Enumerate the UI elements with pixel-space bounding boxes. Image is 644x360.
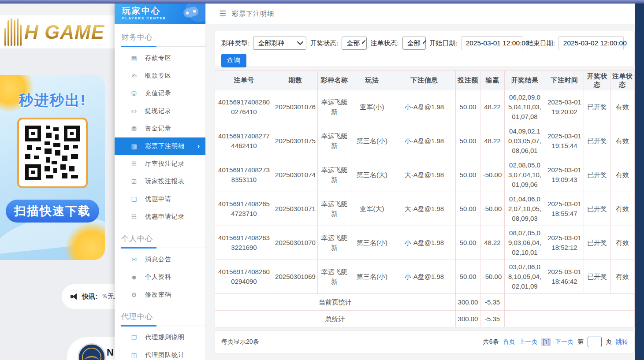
cell: 有效 <box>610 124 635 158</box>
summary-label: 总统计 <box>215 311 456 327</box>
search-button[interactable]: 查询 <box>221 54 246 67</box>
end-date-input[interactable]: 2025-03-02 12:00:00 <box>558 36 624 50</box>
col-header: 玩法 <box>351 71 393 90</box>
cell: 20250301075 <box>273 124 318 158</box>
sidebar-item-agent-rules[interactable]: ❐ 代理规则说明 <box>115 329 205 346</box>
cell: 大-A盘@1.98 <box>393 158 456 192</box>
cell: 48.22 <box>480 90 505 124</box>
bet-table-card: 注单号 期数 彩种名称 玩法 下注信息 投注额 输赢 开奖结果 下注时间 开奖状… <box>215 71 635 327</box>
table-body: 40156917408280027641020250301076幸运飞艇新亚军(… <box>215 90 635 294</box>
col-header: 输赢 <box>480 71 505 90</box>
sidebar-item-hall-bet-records[interactable]: ☰ 厅室投注记录 <box>115 155 205 173</box>
lottery-type-value: 全部彩种 <box>258 39 284 48</box>
sidebar-item-funds-records[interactable]: ⛃ 资金记录 <box>115 120 205 137</box>
jump-button[interactable]: 跳转 <box>616 338 628 346</box>
draw-status-select[interactable]: 全部 <box>342 37 367 50</box>
sidebar-item-profile[interactable]: ☻ 个人资料 <box>115 268 205 286</box>
prev-page-link[interactable]: 上一页 <box>519 338 537 346</box>
bet-status-select[interactable]: 全部 <box>402 37 426 50</box>
speaker-icon <box>71 293 78 300</box>
col-header: 期数 <box>273 71 318 90</box>
first-page-link[interactable]: 首页 <box>503 338 515 346</box>
ticker-label: 快讯: <box>82 293 97 301</box>
site-logo[interactable]: H GAME <box>24 21 104 43</box>
background-page: H GAME 秒进秒出! <box>0 4 115 360</box>
start-date-input[interactable]: 2025-03-01 12:00:00 <box>461 36 523 50</box>
cell: 亚军(小) <box>351 90 393 124</box>
sidebar-item-agent-team-stats[interactable]: ◫ 代理团队统计 <box>115 346 205 360</box>
cell: 2025-03-01 19:09:43 <box>545 158 584 192</box>
bet-status-value: 全部 <box>407 39 421 48</box>
summary-label: 当前页统计 <box>215 294 456 311</box>
jump-page-input[interactable] <box>588 337 602 347</box>
jump-suffix: 页 <box>606 338 612 346</box>
cell: 2025-03-01 19:20:02 <box>545 90 584 124</box>
lottery-type-label: 彩种类型: <box>221 39 249 48</box>
sidebar-item-player-bet-report[interactable]: ☑ 玩家投注报表 <box>115 173 205 190</box>
cell: 有效 <box>610 192 635 226</box>
summary-bet-total: 300.00 <box>456 311 480 327</box>
section-divider <box>121 248 205 248</box>
sidebar-item-change-password[interactable]: ⚙ 修改密码 <box>115 286 205 304</box>
section-label: 个人中心 <box>115 234 205 244</box>
page-size-text: 每页显示20条 <box>221 338 259 346</box>
col-header: 开奖结果 <box>505 71 545 90</box>
cell: 小-A盘@1.98 <box>393 260 456 294</box>
menu-toggle-icon[interactable]: ☰ <box>219 9 226 19</box>
cell: 50.00 <box>456 192 480 226</box>
table-row: 40156917408260029409020250301069幸运飞艇新第三名… <box>215 260 635 294</box>
sidebar-item-promo-apply[interactable]: ❏ 优惠申请 <box>115 190 205 208</box>
cell: 08,07,05,09,03,06,04,02,10,01 <box>505 226 545 260</box>
cell: 04,09,02,10,03,05,07,08,06,01 <box>505 124 545 158</box>
cell: 48.22 <box>480 124 505 158</box>
cell: 已开奖 <box>584 124 610 158</box>
sidebar-item-promo-apply-records[interactable]: ☷ 优惠申请记录 <box>115 208 205 226</box>
withdraw-hand-icon: ✍ <box>130 72 138 79</box>
sidebar-item-withdraw-records[interactable]: ⛀ 提现记录 <box>115 102 205 120</box>
sidebar-section: 代理中心 ❐ 代理规则说明 ◫ 代理团队统计 <box>115 312 205 360</box>
cell: 20250301074 <box>273 158 318 192</box>
sidebar-item-recharge-records[interactable]: ⛁ 充值记录 <box>115 85 205 102</box>
summary-win-loss: -5.35 <box>480 294 505 311</box>
filter-bar: 彩种类型: 全部彩种 开奖状态: 全部 注单状态: 全部 <box>215 31 635 67</box>
cell: 401569174082800276410 <box>215 90 273 124</box>
promo-headline: 秒进秒出! <box>0 91 105 111</box>
cell: 401569174082633221690 <box>215 226 273 260</box>
cell: 50.00 <box>456 124 480 158</box>
scan-download-button[interactable]: 扫描快速下载 <box>6 200 99 223</box>
col-header: 下注时间 <box>545 71 584 90</box>
screen: H GAME 秒进秒出! <box>0 0 644 360</box>
cell: 48.22 <box>480 226 505 260</box>
news-ticker[interactable]: 快讯: ％无上 <box>62 284 123 309</box>
download-promo-banner[interactable]: 秒进秒出! <box>0 75 105 260</box>
bottom-card-letter: N <box>107 347 114 358</box>
pagination-bar: 每页显示20条 共6条 首页 上一页 [1] 下一页 第 页 跳转 <box>215 330 635 353</box>
recharge-record-icon: ⛁ <box>130 90 138 97</box>
download-qr-code[interactable] <box>17 118 88 188</box>
hall-bet-record-icon: ☰ <box>130 160 138 167</box>
chevron-down-icon <box>297 39 303 45</box>
sidebar-item-deposit-zone[interactable]: ▤ 存款专区 <box>115 49 205 67</box>
cell: -50.00 <box>480 260 505 294</box>
right-navy-strip <box>635 4 644 360</box>
profile-icon: ☻ <box>130 274 138 281</box>
cell: 有效 <box>610 158 635 192</box>
team-stats-icon: ◫ <box>130 352 138 359</box>
cell: 已开奖 <box>584 260 610 294</box>
lottery-type-select[interactable]: 全部彩种 <box>253 37 306 50</box>
cell: 401569174082600294090 <box>215 260 273 294</box>
col-header: 彩种名称 <box>318 71 351 90</box>
chevron-down-icon <box>362 40 365 44</box>
next-page-link[interactable]: 下一页 <box>555 338 573 346</box>
sidebar-item-lottery-bet-details[interactable]: ▥ 彩票下注明细 <box>115 137 205 155</box>
content-topbar: ☰ 彩票下注明细 <box>206 4 635 24</box>
table-row: 40156917408277446241020250301075幸运飞艇新第三名… <box>215 124 635 158</box>
funds-record-icon: ⛃ <box>130 125 138 132</box>
sidebar-header: 玩家中心 PLAYERS CENTER <box>115 4 205 24</box>
total-count-text: 共6条 <box>483 338 499 346</box>
cell: 小-A盘@1.98 <box>393 124 456 158</box>
sidebar-item-withdraw-zone[interactable]: ✍ 取款专区 <box>115 67 205 85</box>
bell-icon: ✉ <box>130 256 138 263</box>
sidebar-item-messages[interactable]: ✉ 消息公告 <box>115 251 205 268</box>
document-icon: ❐ <box>130 334 138 341</box>
